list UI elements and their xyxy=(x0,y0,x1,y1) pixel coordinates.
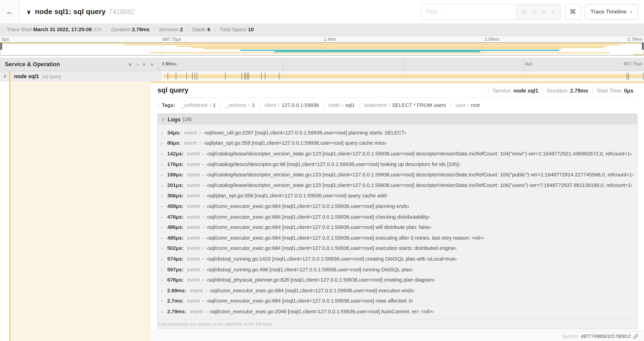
view-options-label: Trace Timeline xyxy=(590,9,627,15)
chevron-right-icon[interactable]: › xyxy=(161,267,168,272)
span-id-row: SpanID: 4877749850101760812 xyxy=(151,331,644,341)
collapse-one-icon[interactable]: ∨ xyxy=(128,61,132,67)
trace-info-value: 6 xyxy=(208,27,210,33)
log-row[interactable]: › 366μs: event = ‹sql/plan_opt.go:358 [n… xyxy=(161,191,634,201)
log-row[interactable]: › 34μs: event = ‹sql/exec_util.go:2297 [… xyxy=(161,127,634,138)
log-row[interactable]: › 678μs: event = ‹sql/distsql_physical_p… xyxy=(161,275,634,285)
log-row[interactable]: › 502μs: event = ‹sql/conn_executor_exec… xyxy=(161,243,634,254)
log-timestamp: 486μs: xyxy=(167,225,184,230)
chevron-down-icon[interactable]: ∨ xyxy=(3,74,8,79)
log-row[interactable]: › 2.69ms: event = ‹sql/conn_executor_exe… xyxy=(161,285,634,296)
collapse-all-icon[interactable]: » xyxy=(141,63,148,66)
log-row[interactable]: › 80μs: event = ‹sql/plan_opt.go:358 [ns… xyxy=(161,138,634,149)
chevron-right-icon[interactable]: › xyxy=(161,288,168,293)
equals-sign: = xyxy=(202,278,204,282)
log-field-value: ‹sql/conn_executor_exec.go:684 [nsql1,cl… xyxy=(206,298,414,304)
trace-info-item: Total Spans 10 xyxy=(215,27,258,33)
next-result-icon[interactable]: ∨ xyxy=(542,9,546,15)
tag-item[interactable]: _verbose = 1 xyxy=(220,102,259,108)
span-id-label: SpanID: xyxy=(562,334,579,338)
chevron-down-icon[interactable]: ∨ xyxy=(26,8,31,16)
span-row-name[interactable]: ∨ node sql1 sql query xyxy=(0,71,162,81)
tags-row[interactable]: › Tags: _unfinished = 1_verbose = 1clien… xyxy=(157,100,638,110)
chevron-right-icon[interactable]: › xyxy=(161,130,168,135)
log-row[interactable]: › 142μs: event = ‹sql/catalog/lease/desc… xyxy=(161,149,634,159)
log-row[interactable]: › 476μs: event = ‹sql/conn_executor_exec… xyxy=(161,212,634,222)
tag-item[interactable]: statement = SELECT * FROM users xyxy=(359,102,451,108)
chevron-right-icon[interactable]: › xyxy=(161,235,168,240)
tag-item[interactable]: user = root xyxy=(450,102,484,108)
chevron-right-icon[interactable]: › xyxy=(161,309,168,314)
column-resizer-grip[interactable]: ∥ xyxy=(158,66,160,71)
equals-sign: = xyxy=(199,141,202,146)
chevron-right-icon[interactable]: › xyxy=(161,256,168,261)
viewport-handle-left[interactable] xyxy=(0,43,2,50)
log-row[interactable]: › 597μs: event = ‹sql/distsql_running.go… xyxy=(161,264,634,275)
back-button[interactable]: ← xyxy=(0,0,20,23)
chevron-right-icon[interactable]: › xyxy=(161,151,168,156)
chevron-right-icon[interactable]: › xyxy=(161,225,168,230)
timeline-tick-label: 2.79ms xyxy=(162,61,177,66)
chevron-right-icon[interactable]: › xyxy=(161,246,168,251)
logs-header[interactable]: ∨ Logs (18) xyxy=(158,114,637,125)
log-row[interactable]: › 495μs: event = ‹sql/conn_executor_exec… xyxy=(161,233,634,243)
prev-result-icon[interactable]: ∧ xyxy=(532,9,536,15)
detail-left-column xyxy=(0,82,151,341)
chevron-right-icon[interactable]: › xyxy=(161,298,168,303)
minimap-tick-label: 0μs xyxy=(2,37,9,42)
log-row[interactable]: › 176μs: event = ‹sql/catalog/descs/desc… xyxy=(161,159,634,170)
chevron-right-icon[interactable]: › xyxy=(161,204,168,209)
log-row[interactable]: › 459μs: event = ‹sql/conn_executor_exec… xyxy=(161,201,634,212)
log-field-key: event xyxy=(187,193,200,199)
detail-header: sql query Service: node sql1Duration: 2.… xyxy=(157,86,638,94)
tags-list: _unfinished = 1_verbose = 1client = 127.… xyxy=(177,102,484,108)
viewport-handle-right[interactable] xyxy=(642,43,644,50)
span-row-timeline[interactable] xyxy=(162,71,644,81)
log-row[interactable]: › 486μs: event = ‹sql/conn_executor_exec… xyxy=(161,222,634,233)
expand-one-icon[interactable]: › xyxy=(136,61,138,67)
chevron-right-icon[interactable]: › xyxy=(161,183,168,188)
tag-item[interactable]: _unfinished = 1 xyxy=(177,102,220,108)
log-field-key: event xyxy=(187,267,200,272)
expand-all-icon[interactable]: » xyxy=(150,61,154,67)
span-detail-region: sql query Service: node sql1Duration: 2.… xyxy=(0,82,644,341)
focus-icon[interactable]: ◎ xyxy=(522,9,527,15)
log-row[interactable]: › 201μs: event = ‹sql/catalog/lease/desc… xyxy=(161,180,634,191)
chevron-right-icon[interactable]: › xyxy=(161,214,168,219)
log-row[interactable]: › 2.79ms: event = ‹sql/conn_executor_exe… xyxy=(161,306,634,317)
clear-search-icon[interactable]: × xyxy=(552,9,555,15)
view-options-button[interactable]: Trace Timeline ∨ xyxy=(585,4,638,20)
log-row[interactable]: › 189μs: event = ‹sql/catalog/lease/desc… xyxy=(161,169,634,180)
log-field-value: ‹sql/distsql_running.go:498 [nsql1,clien… xyxy=(206,267,413,272)
link-icon[interactable] xyxy=(633,333,638,339)
keyboard-shortcuts-button[interactable]: ⌘ xyxy=(564,4,581,20)
log-field-key: event xyxy=(187,172,200,178)
tag-item[interactable]: client = 127.0.0.1:59936 xyxy=(259,102,324,108)
equals-sign: = xyxy=(199,130,202,135)
chevron-right-icon[interactable]: › xyxy=(161,141,168,146)
chevron-right-icon[interactable]: › xyxy=(161,278,168,282)
minimap-span-bar xyxy=(191,47,604,48)
tag-value: 1 xyxy=(213,102,216,108)
log-timestamp: 142μs: xyxy=(167,151,184,157)
log-row[interactable]: › 2.7ms: event = ‹sql/conn_executor_exec… xyxy=(161,296,634,306)
find-input[interactable] xyxy=(421,4,516,19)
log-field-value: ‹sql/plan_opt.go:358 [nsql1,client=127.0… xyxy=(206,193,388,199)
log-field-value: ‹sql/conn_executor_exec.go:684 [nsql1,cl… xyxy=(206,214,430,220)
minimap-span-bar xyxy=(150,52,610,54)
chevron-right-icon[interactable]: › xyxy=(157,103,159,108)
equals-sign: = xyxy=(209,103,212,108)
tag-item[interactable]: node = sql1 xyxy=(324,102,359,108)
log-timestamp: 678μs: xyxy=(167,277,184,283)
chevron-right-icon[interactable]: › xyxy=(161,162,168,167)
span-duration-bar[interactable] xyxy=(163,74,643,78)
log-row[interactable]: › 574μs: event = ‹sql/distsql_running.go… xyxy=(161,254,634,264)
log-marker-tick xyxy=(248,73,249,80)
tag-value: SELECT * FROM users xyxy=(392,102,446,108)
minimap-tick-label: 697.75μs xyxy=(162,37,181,42)
chevron-right-icon[interactable]: › xyxy=(161,172,168,177)
trace-info-value: 2.79ms xyxy=(132,27,150,33)
timeline-minimap[interactable] xyxy=(0,42,644,56)
back-arrow-icon: ← xyxy=(6,7,14,17)
chevron-right-icon[interactable]: › xyxy=(161,193,168,198)
